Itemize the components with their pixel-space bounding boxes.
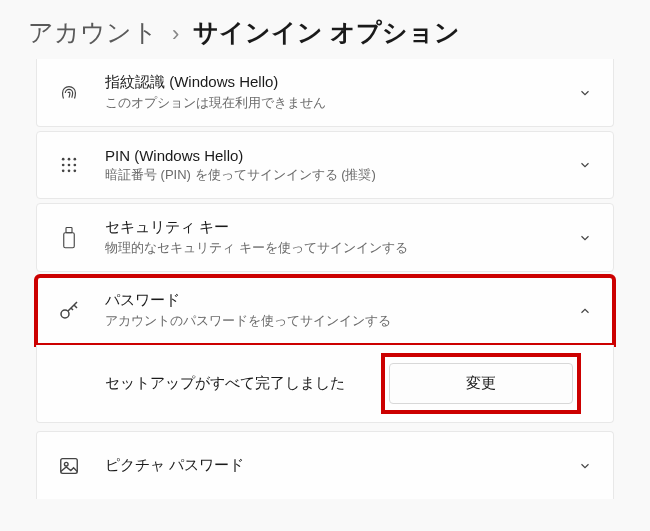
svg-point-2 — [74, 158, 77, 161]
chevron-down-icon — [575, 158, 595, 172]
picture-icon — [55, 455, 83, 477]
option-fingerprint[interactable]: 指紋認識 (Windows Hello) このオプションは現在利用できません — [36, 59, 614, 127]
svg-rect-10 — [64, 232, 75, 247]
option-desc: 暗証番号 (PIN) を使ってサインインする (推奨) — [105, 166, 575, 184]
breadcrumb-current: サインイン オプション — [193, 16, 460, 49]
svg-point-3 — [62, 164, 65, 167]
chevron-down-icon — [575, 86, 595, 100]
chevron-down-icon — [575, 231, 595, 245]
option-text: パスワード アカウントのパスワードを使ってサインインする — [105, 291, 575, 330]
option-title: 指紋認識 (Windows Hello) — [105, 73, 575, 92]
option-text: PIN (Windows Hello) 暗証番号 (PIN) を使ってサインイン… — [105, 147, 575, 184]
svg-point-5 — [74, 164, 77, 167]
password-expanded-panel: セットアップがすべて完了しました 変更 — [36, 345, 614, 423]
option-title: セキュリティ キー — [105, 218, 575, 237]
signin-options-list: 指紋認識 (Windows Hello) このオプションは現在利用できません P… — [0, 67, 650, 499]
option-desc: このオプションは現在利用できません — [105, 94, 575, 112]
option-text: ピクチャ パスワード — [105, 456, 575, 475]
option-title: ピクチャ パスワード — [105, 456, 575, 475]
option-text: 指紋認識 (Windows Hello) このオプションは現在利用できません — [105, 73, 575, 112]
keypad-icon — [55, 155, 83, 175]
option-text: セキュリティ キー 物理的なセキュリティ キーを使ってサインインする — [105, 218, 575, 257]
option-password[interactable]: パスワード アカウントのパスワードを使ってサインインする — [36, 276, 614, 345]
option-security-key[interactable]: セキュリティ キー 物理的なセキュリティ キーを使ってサインインする — [36, 203, 614, 272]
svg-point-1 — [68, 158, 71, 161]
svg-point-6 — [62, 170, 65, 173]
svg-point-0 — [62, 158, 65, 161]
fingerprint-icon — [55, 82, 83, 104]
change-button-highlight: 変更 — [389, 363, 573, 404]
chevron-up-icon — [575, 304, 595, 318]
option-pin[interactable]: PIN (Windows Hello) 暗証番号 (PIN) を使ってサインイン… — [36, 131, 614, 199]
breadcrumb-separator: › — [172, 21, 179, 47]
svg-point-8 — [74, 170, 77, 173]
option-picture-password[interactable]: ピクチャ パスワード — [36, 431, 614, 499]
key-icon — [55, 299, 83, 323]
breadcrumb: アカウント › サインイン オプション — [0, 0, 650, 67]
svg-point-13 — [64, 462, 68, 466]
change-button[interactable]: 変更 — [389, 363, 573, 404]
password-status-text: セットアップがすべて完了しました — [105, 374, 389, 393]
breadcrumb-parent[interactable]: アカウント — [28, 16, 158, 49]
option-desc: 物理的なセキュリティ キーを使ってサインインする — [105, 239, 575, 257]
svg-rect-12 — [61, 458, 78, 473]
svg-point-7 — [68, 170, 71, 173]
chevron-down-icon — [575, 459, 595, 473]
svg-point-11 — [61, 310, 69, 318]
usb-key-icon — [55, 226, 83, 250]
option-title: PIN (Windows Hello) — [105, 147, 575, 164]
svg-point-4 — [68, 164, 71, 167]
option-desc: アカウントのパスワードを使ってサインインする — [105, 312, 575, 330]
svg-rect-9 — [66, 227, 72, 232]
option-title: パスワード — [105, 291, 575, 310]
